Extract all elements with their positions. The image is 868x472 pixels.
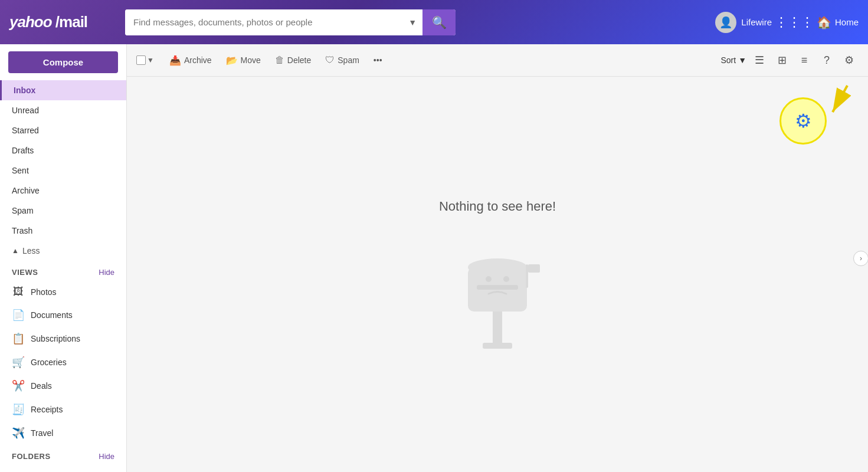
help-button[interactable]: ? [817, 51, 836, 70]
compose-button[interactable]: Compose [8, 51, 118, 73]
less-button[interactable]: ▲ Less [0, 241, 126, 261]
sidebar-item-archive[interactable]: Archive [0, 181, 126, 201]
spam-icon: 🛡 [325, 55, 335, 65]
sidebar-label-subscriptions: Subscriptions [31, 334, 80, 343]
less-label: Less [22, 246, 40, 255]
chevron-up-icon: ▲ [12, 247, 19, 255]
sidebar-item-groceries[interactable]: 🛒 Groceries [0, 350, 126, 374]
sidebar-label-sent: Sent [12, 166, 29, 175]
sidebar-label-archive: Archive [12, 186, 40, 195]
header-right: 👤 Lifewire ⋮⋮⋮ 🏠 Home [715, 12, 859, 33]
gear-icon: ⚙ [844, 54, 854, 67]
empty-state: Nothing to see here! [127, 77, 868, 472]
spam-button[interactable]: 🛡 Spam [319, 51, 365, 69]
user-profile[interactable]: 👤 Lifewire [715, 12, 772, 33]
archive-label: Archive [184, 55, 212, 65]
folders-title: Folders [12, 452, 51, 461]
select-all-area: ▼ [136, 55, 154, 65]
mail-text: /mail [55, 13, 87, 31]
sidebar-item-spam[interactable]: Spam [0, 201, 126, 221]
sidebar-item-inbox[interactable]: Inbox [0, 80, 126, 100]
sidebar-item-receipts[interactable]: 🧾 Receipts [0, 398, 126, 421]
chevron-right-icon: › [860, 254, 862, 263]
collapse-panel-toggle[interactable]: › [853, 251, 868, 266]
delete-button[interactable]: 🗑 Delete [269, 51, 317, 69]
apps-button[interactable]: ⋮⋮⋮ [784, 12, 805, 33]
move-label: Move [241, 55, 261, 65]
archive-button[interactable]: 📥 Archive [163, 51, 218, 70]
view-mode-button[interactable]: ☰ [750, 51, 769, 70]
sidebar-item-travel[interactable]: ✈️ Travel [0, 421, 126, 445]
svg-line-10 [833, 86, 847, 112]
sidebar-item-documents[interactable]: 📄 Documents [0, 303, 126, 327]
subscriptions-icon: 📋 [12, 332, 25, 345]
sidebar-label-receipts: Receipts [31, 405, 63, 414]
toolbar: ▼ 📥 Archive 📂 Move 🗑 Delete 🛡 Spam ••• [127, 44, 868, 77]
sidebar-item-trash[interactable]: Trash [0, 221, 126, 241]
select-all-checkbox[interactable] [136, 55, 146, 65]
sidebar-item-photos[interactable]: 🖼 Photos [0, 280, 126, 303]
documents-icon: 📄 [12, 309, 25, 322]
list-view-button[interactable]: ≡ [795, 51, 814, 70]
sidebar-label-starred: Starred [12, 126, 39, 135]
more-icon: ••• [374, 55, 382, 65]
svg-point-7 [486, 276, 492, 282]
sort-label: Sort [720, 55, 736, 65]
sidebar-label-groceries: Groceries [31, 358, 67, 367]
apps-grid-icon: ⋮⋮⋮ [775, 15, 814, 30]
sidebar-item-starred[interactable]: Starred [0, 120, 126, 140]
empty-title: Nothing to see here! [439, 199, 556, 214]
main-layout: Compose Inbox Unread Starred Drafts Sent… [0, 44, 868, 472]
email-pane: ▼ 📥 Archive 📂 Move 🗑 Delete 🛡 Spam ••• [127, 44, 868, 472]
search-dropdown-button[interactable]: ▼ [402, 18, 422, 27]
spam-label: Spam [338, 55, 359, 65]
sidebar-item-drafts[interactable]: Drafts [0, 140, 126, 160]
sidebar-label-spam: Spam [12, 206, 34, 215]
deals-icon: ✂️ [12, 379, 25, 392]
settings-button[interactable]: ⚙ [840, 51, 859, 70]
sidebar-label-documents: Documents [31, 310, 73, 320]
header: yahoo /mail ▼ 🔍 👤 Lifewire ⋮⋮⋮ 🏠 Home [0, 0, 868, 44]
groceries-icon: 🛒 [12, 356, 25, 369]
list-view-icon: ≡ [801, 54, 808, 67]
archive-icon: 📥 [169, 55, 181, 66]
mailbox-illustration [450, 232, 545, 350]
home-button[interactable]: 🏠 Home [817, 15, 859, 30]
search-container: ▼ 🔍 [125, 9, 456, 35]
sidebar: Compose Inbox Unread Starred Drafts Sent… [0, 44, 127, 472]
sidebar-item-sent[interactable]: Sent [0, 160, 126, 181]
sidebar-label-photos: Photos [31, 287, 57, 297]
receipts-icon: 🧾 [12, 403, 25, 416]
delete-icon: 🗑 [275, 55, 284, 65]
filter-icon: ⊞ [778, 54, 787, 67]
sidebar-item-subscriptions[interactable]: 📋 Subscriptions [0, 327, 126, 350]
sidebar-label-travel: Travel [31, 428, 53, 438]
user-name: Lifewire [741, 17, 772, 27]
select-dropdown-icon[interactable]: ▼ [147, 56, 154, 64]
search-button[interactable]: 🔍 [422, 9, 456, 35]
help-icon: ? [824, 54, 830, 67]
search-input[interactable] [125, 9, 402, 35]
svg-rect-1 [483, 343, 512, 349]
sidebar-label-inbox: Inbox [14, 86, 35, 95]
svg-rect-0 [493, 309, 502, 347]
move-button[interactable]: 📂 Move [220, 51, 267, 70]
delete-label: Delete [287, 55, 311, 65]
sort-button[interactable]: Sort ▼ [720, 55, 746, 65]
sidebar-label-unread: Unread [12, 106, 39, 115]
folders-hide-button[interactable]: Hide [99, 452, 114, 461]
svg-rect-4 [477, 285, 518, 290]
sidebar-label-trash: Trash [12, 226, 32, 235]
sidebar-item-deals[interactable]: ✂️ Deals [0, 374, 126, 398]
views-hide-button[interactable]: Hide [99, 268, 114, 277]
arrow-svg [806, 80, 853, 127]
svg-point-3 [468, 258, 527, 276]
views-title: Views [12, 268, 38, 277]
filter-button[interactable]: ⊞ [772, 51, 791, 70]
move-icon: 📂 [226, 55, 238, 66]
sidebar-label-deals: Deals [31, 381, 52, 391]
yahoo-text: yahoo [9, 13, 52, 31]
folders-section-header: Folders Hide [0, 445, 126, 464]
more-button[interactable]: ••• [368, 52, 388, 68]
sidebar-item-unread[interactable]: Unread [0, 100, 126, 120]
